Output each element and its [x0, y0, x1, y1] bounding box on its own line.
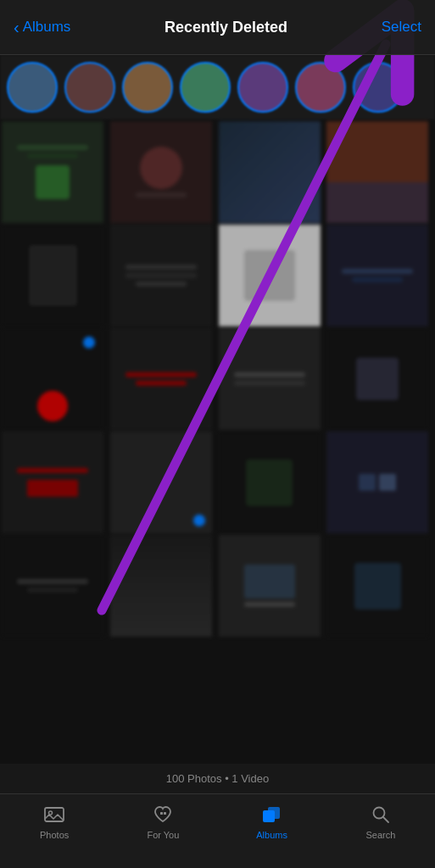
photo-cell[interactable] [326, 225, 428, 326]
tab-for-you-label: For You [147, 830, 179, 840]
photo-cell[interactable] [219, 431, 321, 533]
avatar-4 [180, 62, 231, 113]
photo-cell[interactable] [2, 328, 103, 430]
photo-cell[interactable] [326, 328, 428, 430]
svg-rect-1 [45, 808, 64, 821]
tab-photos[interactable]: Photos [0, 803, 109, 840]
photo-cell[interactable] [219, 535, 321, 637]
tab-photos-label: Photos [40, 830, 69, 840]
photo-cell[interactable] [219, 121, 321, 223]
photo-cell[interactable] [2, 121, 103, 223]
tab-search-label: Search [365, 830, 395, 840]
photo-cell[interactable] [326, 431, 428, 533]
tab-albums-label: Albums [256, 830, 287, 840]
photo-cell[interactable] [110, 535, 212, 637]
avatar-2 [64, 62, 115, 113]
search-icon [369, 803, 393, 826]
svg-rect-3 [160, 812, 163, 815]
select-button[interactable]: Select [382, 19, 421, 36]
photo-cell[interactable] [219, 225, 321, 326]
photo-cell[interactable] [326, 121, 428, 223]
avatar-1 [7, 62, 58, 113]
for-you-icon [151, 803, 175, 826]
tab-for-you[interactable]: For You [109, 803, 217, 840]
tab-bar: Photos For You Albums S [0, 793, 435, 868]
svg-line-8 [383, 817, 388, 822]
back-chevron-icon: ‹ [14, 18, 20, 37]
photo-cell[interactable] [219, 328, 321, 430]
avatar-3 [122, 62, 173, 113]
page-title: Recently Deleted [165, 19, 287, 36]
main-content: 100 Photos • 1 Video [0, 55, 435, 793]
nav-bar: ‹ Albums Recently Deleted Select [0, 0, 435, 55]
avatar-7 [353, 62, 404, 113]
photo-cell[interactable] [326, 535, 428, 637]
photos-icon [42, 803, 66, 826]
svg-rect-6 [268, 807, 280, 819]
avatar-row [0, 55, 435, 120]
tab-albums[interactable]: Albums [218, 803, 326, 840]
photo-cell[interactable] [2, 225, 103, 326]
photo-cell[interactable] [2, 535, 103, 637]
avatar-5 [237, 62, 288, 113]
photo-cell[interactable] [110, 328, 212, 430]
svg-rect-4 [164, 812, 166, 815]
tab-search[interactable]: Search [326, 803, 435, 840]
photo-count-text: 100 Photos • 1 Video [166, 772, 269, 785]
back-button[interactable]: ‹ Albums [14, 18, 70, 37]
photo-grid [0, 120, 435, 638]
photo-cell[interactable] [110, 431, 212, 533]
photo-cell[interactable] [2, 431, 103, 533]
back-label: Albums [23, 19, 71, 36]
photo-count-bar: 100 Photos • 1 Video [0, 764, 435, 793]
photo-cell[interactable] [110, 121, 212, 223]
albums-icon [260, 803, 284, 826]
avatar-6 [295, 62, 346, 113]
photo-cell[interactable] [110, 225, 212, 326]
